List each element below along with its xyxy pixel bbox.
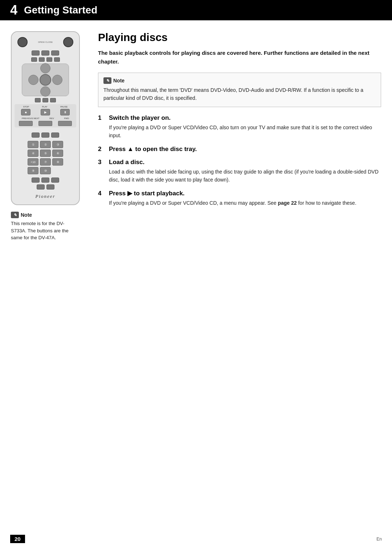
remote-illustration: OPEN/ CLOSE <box>11 31 80 205</box>
dpad-right <box>52 75 62 85</box>
remote-btn-row-3 <box>32 133 59 138</box>
num-5-label: ⑤ <box>44 152 47 155</box>
dpad-bottom-row <box>40 86 50 97</box>
play-btn: ▶ <box>41 109 50 115</box>
step-4-num: 4 <box>98 190 105 197</box>
play-label: PLAY <box>42 106 48 108</box>
remote-btn-row-1 <box>32 50 59 56</box>
right-column: Playing discs The basic playback control… <box>98 31 381 241</box>
note-right-label: Note <box>113 78 124 83</box>
num-9-label: ⑨ <box>32 169 34 172</box>
dpad-top-row <box>40 63 50 73</box>
num-0-label: ⑩ <box>44 169 47 172</box>
prev-next-btn <box>19 121 33 126</box>
rev-label: REV <box>49 117 54 119</box>
remote-note-header: ✎ Note <box>11 212 80 218</box>
step-4: 4 Press ▶ to start playback. If you're p… <box>98 190 381 207</box>
remote-circle-btn-right <box>63 37 73 47</box>
page-footer: 20 En <box>0 535 392 543</box>
page-number: 20 <box>10 535 25 543</box>
dpad-left <box>28 75 38 85</box>
remote-dpad <box>22 64 69 96</box>
note-right-text: Throughout this manual, the term 'DVD' m… <box>103 86 376 102</box>
pause-label: PAUSE <box>60 106 68 108</box>
note-icon-left: ✎ <box>11 212 19 218</box>
remote-note-label: Note <box>21 212 32 218</box>
pause-icon: ⏸ <box>64 111 66 114</box>
remote-btn-sm-2 <box>41 50 49 56</box>
step-2-title: Press ▲ to open the disc tray. <box>109 146 197 153</box>
playback-buttons: ■ ▶ ⏸ <box>17 109 74 115</box>
dot-2 <box>42 98 48 102</box>
num-7-label: ⑦ <box>44 160 47 164</box>
remote-btn-tiny-1 <box>31 57 37 62</box>
pioneer-logo: Pioneer <box>35 194 55 199</box>
page-header: 4 Getting Started <box>0 0 392 20</box>
dpad-center <box>40 74 51 86</box>
fwd-label: FWD <box>64 117 69 119</box>
pause-btn: ⏸ <box>60 109 70 115</box>
rb-sm-4 <box>32 178 40 183</box>
main-content: OPEN/ CLOSE <box>0 20 392 252</box>
num-3: ③ <box>52 141 63 148</box>
num-plus10: +10 <box>28 158 38 166</box>
num-plus10-label: +10 <box>30 160 36 164</box>
rb-sm-2 <box>41 133 49 138</box>
note-right-header: ✎ Note <box>103 77 376 84</box>
num-6: ⑥ <box>52 150 63 157</box>
step-1-body: If you're playing a DVD or Super VCD/Vid… <box>98 123 381 140</box>
step-2-num: 2 <box>98 146 105 153</box>
num-2-label: ② <box>44 143 47 146</box>
remote-btn-sm-1 <box>32 50 40 56</box>
note-icon-right: ✎ <box>103 77 111 84</box>
remote-note-box: ✎ Note This remote is for the DV-S733A. … <box>11 212 80 241</box>
numpad: ① ② ③ ④ ⑤ ⑥ +10 ⑦ ⑧ ⑨ ⑩ <box>28 139 63 176</box>
num-6-label: ⑥ <box>57 152 59 155</box>
remote-dots-row <box>35 98 56 102</box>
num-1: ① <box>28 141 38 148</box>
step-2-heading: 2 Press ▲ to open the disc tray. <box>98 146 381 153</box>
rb-sm-1 <box>32 133 40 138</box>
fwd-btn <box>58 121 72 126</box>
remote-btn-tiny-3 <box>46 57 52 62</box>
remote-btn-row-4 <box>32 178 59 183</box>
dot-3 <box>50 98 56 102</box>
remote-btn-tiny-2 <box>39 57 45 62</box>
num-7: ⑦ <box>40 158 51 166</box>
prev-next-label: PREVIOUS NEXT <box>22 117 40 119</box>
num-4-label: ④ <box>32 152 34 155</box>
rb-sm-3 <box>51 133 59 138</box>
remote-btn-row-2 <box>31 57 60 62</box>
remote-btn-sm-3 <box>51 50 59 56</box>
stop-label: STOP <box>23 106 29 108</box>
remote-top-row: OPEN/ CLOSE <box>15 36 76 49</box>
dpad-mid-row <box>28 74 62 86</box>
num-3-label: ③ <box>57 143 59 146</box>
rev-btn <box>38 121 52 126</box>
remote-btn-tiny-4 <box>54 57 60 62</box>
note-box-right: ✎ Note Throughout this manual, the term … <box>98 73 381 107</box>
playback-labels: STOP PLAY PAUSE <box>17 106 74 108</box>
intro-text: The basic playback controls for playing … <box>98 49 381 66</box>
playback-controls: STOP PLAY PAUSE ■ ▶ ⏸ PREVIOUS N <box>15 104 76 127</box>
chapter-number: 4 <box>10 4 17 17</box>
rb-sm-8 <box>46 184 54 190</box>
num-4: ④ <box>28 150 38 157</box>
num-5: ⑤ <box>40 150 51 157</box>
stop-btn: ■ <box>21 109 30 115</box>
step-3-num: 3 <box>98 159 105 166</box>
left-column: OPEN/ CLOSE <box>11 31 87 241</box>
chapter-title: Getting Started <box>24 4 97 16</box>
num-2: ② <box>40 141 51 148</box>
remote-btn-row-5 <box>37 184 54 190</box>
nav-buttons <box>17 121 74 126</box>
step-3: 3 Load a disc. Load a disc with the labe… <box>98 159 381 184</box>
remote-circle-btn-left <box>17 37 28 47</box>
dot-1 <box>35 98 41 102</box>
remote-note-text: This remote is for the DV-S733A. The but… <box>11 220 80 241</box>
step-1-title: Switch the player on. <box>109 114 171 122</box>
nav-labels: PREVIOUS NEXT REV FWD <box>17 117 74 119</box>
num-8-label: ⑧ <box>57 160 59 164</box>
num-0: ⑩ <box>40 167 51 174</box>
stop-icon: ■ <box>25 111 27 114</box>
